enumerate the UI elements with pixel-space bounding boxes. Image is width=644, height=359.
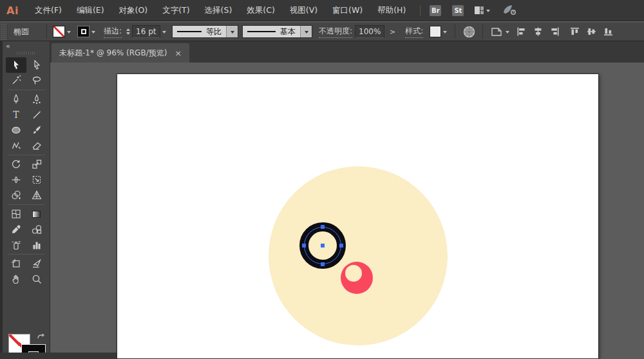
free-transform-tool[interactable] <box>26 172 47 188</box>
anchor-point-center[interactable] <box>321 244 325 247</box>
anchor-point-left[interactable] <box>302 244 306 247</box>
scale-icon <box>32 159 42 170</box>
recolor-artwork-icon[interactable] <box>461 24 477 39</box>
menu-file[interactable]: 文件(F) <box>32 3 64 18</box>
align-center-horizontal-icon[interactable] <box>533 26 544 37</box>
anchor-point-top[interactable] <box>321 225 325 229</box>
direct-selection-tool[interactable] <box>26 57 47 73</box>
pen-tool[interactable] <box>6 92 26 107</box>
fill-dropdown-button[interactable] <box>65 25 73 38</box>
blend-icon <box>32 224 42 235</box>
line-segment-tool[interactable] <box>26 107 47 122</box>
lasso-icon <box>32 75 42 86</box>
scale-tool[interactable] <box>26 157 47 172</box>
selection-tool[interactable] <box>6 57 26 73</box>
chevron-down-icon <box>300 26 312 37</box>
shaper-tool[interactable] <box>6 138 26 153</box>
stroke-weight-dropdown[interactable] <box>160 25 168 38</box>
chevron-down-icon <box>506 31 509 35</box>
menu-object[interactable]: 对象(O) <box>117 3 151 18</box>
stock-button[interactable]: St <box>452 5 464 16</box>
column-graph-tool[interactable] <box>26 237 47 253</box>
swap-fill-stroke-icon[interactable] <box>37 333 46 342</box>
chevron-down-icon <box>486 10 490 14</box>
eraser-tool[interactable] <box>26 138 47 153</box>
width-icon <box>11 175 21 185</box>
anchor-point-right[interactable] <box>339 244 343 247</box>
ellipse-tool[interactable] <box>6 122 26 138</box>
stroke-swatch[interactable] <box>77 26 90 37</box>
status-strip <box>0 353 117 359</box>
opacity-field[interactable]: 100% <box>355 25 384 38</box>
menu-help[interactable]: 帮助(H) <box>375 3 408 18</box>
fill-swatch[interactable] <box>53 26 65 37</box>
zoom-tool[interactable] <box>26 271 47 287</box>
paintbrush-tool[interactable] <box>26 122 47 138</box>
symbol-sprayer-tool[interactable] <box>6 237 26 253</box>
align-middle-vertical-icon[interactable] <box>586 26 597 37</box>
rotate-tool[interactable] <box>6 157 26 172</box>
slice-icon <box>32 258 42 269</box>
perspective-grid-tool[interactable] <box>26 188 47 203</box>
brush-dropdown[interactable]: 基本 <box>242 25 312 38</box>
anchor-point-bottom[interactable] <box>321 262 325 266</box>
hand-icon <box>11 274 21 284</box>
width-tool[interactable] <box>6 172 26 188</box>
blend-tool[interactable] <box>26 222 47 237</box>
menu-window[interactable]: 窗口(W) <box>330 3 365 18</box>
selection-arrow-icon <box>11 60 21 70</box>
slice-tool[interactable] <box>26 256 47 271</box>
panel-grip[interactable] <box>17 52 36 55</box>
artboard-tool[interactable] <box>6 256 26 271</box>
magic-wand-tool[interactable] <box>6 73 26 88</box>
graphic-style-swatch[interactable] <box>430 26 441 37</box>
menu-effect[interactable]: 效果(C) <box>244 3 277 18</box>
ellipse-icon <box>11 125 21 135</box>
stroke-weight-stepper[interactable] <box>126 26 130 37</box>
workspace-switcher[interactable] <box>475 6 490 14</box>
cs-live-icon[interactable] <box>502 4 517 17</box>
eyedropper-tool[interactable] <box>6 222 26 237</box>
menu-type[interactable]: 文字(T) <box>160 3 192 18</box>
rotate-icon <box>11 159 21 170</box>
curvature-tool[interactable] <box>26 92 47 107</box>
close-icon[interactable]: × <box>175 49 182 57</box>
brush-preview-icon <box>247 31 276 33</box>
shape-builder-tool[interactable] <box>6 188 26 203</box>
hand-tool[interactable] <box>6 271 26 287</box>
document-tab[interactable]: 未标题-1* @ 96% (RGB/预览) × <box>52 43 189 63</box>
align-left-icon[interactable] <box>516 26 527 37</box>
menu-view[interactable]: 视图(V) <box>287 3 320 18</box>
opacity-panel-link[interactable]: 不透明度: <box>319 26 352 38</box>
menu-bar: Ai 文件(F) 编辑(E) 对象(O) 文字(T) 选择(S) 效果(C) 视… <box>0 0 644 21</box>
align-right-icon[interactable] <box>549 26 560 37</box>
collapse-panel-button[interactable]: « <box>6 42 10 50</box>
gradient-tool[interactable] <box>26 206 47 222</box>
bridge-button[interactable]: Br <box>430 5 441 16</box>
stroke-panel-link[interactable]: 描边: <box>104 26 122 38</box>
width-profile-dropdown[interactable]: 等比 <box>172 25 238 38</box>
cream-circle-shape[interactable] <box>269 166 448 345</box>
mesh-tool[interactable] <box>6 206 26 222</box>
separator <box>482 24 483 39</box>
menu-select[interactable]: 选择(S) <box>202 3 235 18</box>
style-dropdown-button[interactable] <box>441 25 449 38</box>
type-tool[interactable]: T <box>6 107 26 122</box>
eyedropper-icon <box>11 224 21 235</box>
menu-edit[interactable]: 编辑(E) <box>74 3 107 18</box>
align-bottom-icon[interactable] <box>603 26 614 37</box>
line-preview-icon <box>177 31 202 33</box>
chevron-down-icon <box>162 31 166 35</box>
column-graph-icon <box>32 240 42 250</box>
shape-properties-icon[interactable] <box>489 24 504 39</box>
stroke-weight-field[interactable]: 16 pt <box>132 25 160 38</box>
stroke-dropdown-button[interactable] <box>90 25 97 38</box>
lasso-tool[interactable] <box>26 73 47 88</box>
type-icon: T <box>11 110 21 120</box>
document-tab-title: 未标题-1* @ 96% (RGB/预览) <box>59 48 167 59</box>
panel-grip[interactable] <box>1 23 8 40</box>
align-vertical-group <box>569 26 614 37</box>
align-top-icon[interactable] <box>569 26 580 37</box>
opacity-expand-button[interactable]: > <box>386 28 399 36</box>
mesh-icon <box>11 209 21 219</box>
